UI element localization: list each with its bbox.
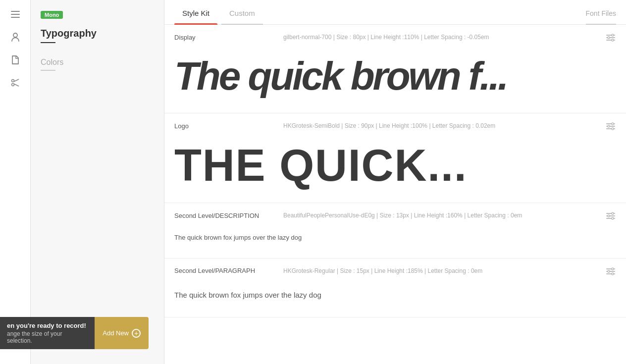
typo-preview-description-text: The quick brown fox jumps over the lazy … <box>174 233 616 243</box>
toast-overlay: en you're ready to record! ange the size… <box>0 317 149 349</box>
typo-item-description: Second Level/DESCRIPTION BeautifulPeople… <box>164 203 626 259</box>
add-new-label: Add New <box>103 329 129 337</box>
svg-rect-2 <box>11 17 20 18</box>
svg-point-23 <box>612 212 614 214</box>
svg-point-3 <box>13 33 17 37</box>
toast-subtitle: ange the size of your selection. <box>7 330 88 344</box>
tab-style-kit[interactable]: Style Kit <box>174 0 217 24</box>
typo-preview-description: The quick brown fox jumps over the lazy … <box>164 228 626 258</box>
typo-header-paragraph: Second Level/PARAGRAPH HKGrotesk-Regular… <box>164 259 626 283</box>
typo-meta-description: BeautifulPeoplePersonalUse-dE0g | Size :… <box>283 212 605 219</box>
typo-header-display: Display gilbert-normal-700 | Size : 80px… <box>164 25 626 50</box>
typo-preview-paragraph: The quick brown fox jumps over the lazy … <box>164 283 626 317</box>
typo-settings-icon-description[interactable] <box>605 210 616 221</box>
add-new-button[interactable]: Add New + <box>95 317 149 349</box>
typo-preview-display: The quick brown f... <box>164 50 626 113</box>
menu-icon[interactable] <box>6 5 25 24</box>
svg-point-11 <box>612 34 614 36</box>
tab-custom[interactable]: Custom <box>221 0 263 24</box>
svg-point-24 <box>608 215 610 217</box>
typo-item-logo: Logo HKGrotesk-SemiBold | Size : 90px | … <box>164 113 626 203</box>
svg-point-29 <box>612 268 614 270</box>
toast-message: en you're ready to record! ange the size… <box>0 317 95 349</box>
typo-label-logo: Logo <box>174 122 283 130</box>
typo-item-paragraph: Second Level/PARAGRAPH HKGrotesk-Regular… <box>164 259 626 317</box>
typo-preview-paragraph-text: The quick brown fox jumps over the lazy … <box>174 288 616 302</box>
left-panel: Mono Typography Colors <box>31 0 164 364</box>
svg-point-25 <box>612 217 614 219</box>
typo-header-description: Second Level/DESCRIPTION BeautifulPeople… <box>164 203 626 228</box>
svg-line-6 <box>14 79 19 82</box>
typo-settings-icon-display[interactable] <box>605 32 616 43</box>
svg-line-7 <box>14 84 19 87</box>
typography-divider <box>41 42 55 43</box>
colors-divider <box>41 70 55 71</box>
tab-font-files[interactable]: Font Files <box>586 0 616 24</box>
svg-point-17 <box>612 123 614 125</box>
typo-label-description: Second Level/DESCRIPTION <box>174 212 283 219</box>
icon-sidebar <box>0 0 31 364</box>
svg-point-18 <box>608 125 610 127</box>
typo-label-display: Display <box>174 34 283 41</box>
scissors-icon[interactable] <box>6 73 25 92</box>
mono-badge: Mono <box>41 11 63 19</box>
typo-preview-logo: THE QUICK... <box>164 138 626 203</box>
svg-point-19 <box>612 128 614 130</box>
colors-title[interactable]: Colors <box>41 58 154 67</box>
file-icon[interactable] <box>6 51 25 69</box>
typography-title[interactable]: Typography <box>41 28 154 39</box>
typo-settings-icon-paragraph[interactable] <box>605 265 616 276</box>
typo-settings-icon-logo[interactable] <box>605 120 616 131</box>
toast-title: en you're ready to record! <box>7 322 88 329</box>
svg-point-12 <box>608 37 610 39</box>
add-icon: + <box>132 329 141 338</box>
tabs-bar: Style Kit Custom Font Files <box>164 0 626 25</box>
typo-header-logo: Logo HKGrotesk-SemiBold | Size : 90px | … <box>164 113 626 138</box>
svg-rect-0 <box>11 11 20 12</box>
typo-meta-paragraph: HKGrotesk-Regular | Size : 15px | Line H… <box>283 267 605 274</box>
svg-point-31 <box>612 273 614 275</box>
svg-rect-1 <box>11 14 20 15</box>
main-content: Style Kit Custom Font Files Display gilb… <box>164 0 626 364</box>
typography-list: Display gilbert-normal-700 | Size : 80px… <box>164 25 626 364</box>
svg-point-4 <box>11 80 14 82</box>
user-icon[interactable] <box>6 28 25 47</box>
typo-meta-display: gilbert-normal-700 | Size : 80px | Line … <box>283 34 605 41</box>
svg-point-13 <box>612 39 614 41</box>
typo-preview-display-text: The quick brown f... <box>174 54 616 98</box>
svg-point-30 <box>608 270 610 272</box>
typo-label-paragraph: Second Level/PARAGRAPH <box>174 267 283 274</box>
typo-meta-logo: HKGrotesk-SemiBold | Size : 90px | Line … <box>283 122 605 129</box>
typo-item-display: Display gilbert-normal-700 | Size : 80px… <box>164 25 626 113</box>
svg-point-5 <box>11 84 14 86</box>
typo-preview-logo-text: THE QUICK... <box>174 143 616 188</box>
